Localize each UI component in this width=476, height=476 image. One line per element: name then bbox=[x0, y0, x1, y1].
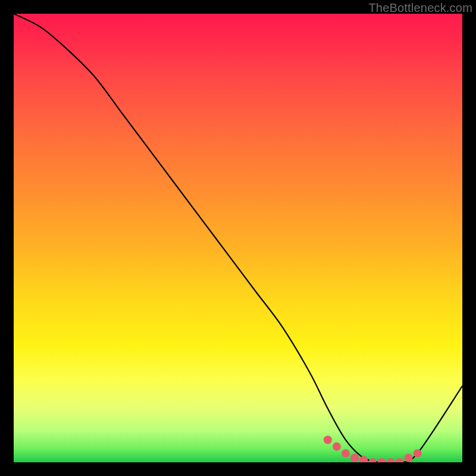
optimal-dot bbox=[350, 453, 359, 462]
optimal-dot bbox=[414, 449, 422, 458]
bottleneck-curve-line bbox=[14, 14, 462, 462]
optimal-dot bbox=[377, 458, 386, 462]
optimal-dot bbox=[395, 458, 403, 462]
curve-svg bbox=[14, 14, 462, 462]
watermark-text: TheBottleneck.com bbox=[368, 1, 472, 15]
optimal-dot bbox=[405, 453, 413, 462]
optimal-range-markers bbox=[324, 436, 422, 462]
optimal-dot bbox=[342, 449, 350, 458]
optimal-dot bbox=[386, 458, 394, 462]
optimal-dot bbox=[368, 458, 377, 462]
plot-area bbox=[14, 14, 462, 462]
optimal-dot bbox=[333, 443, 341, 451]
optimal-dot bbox=[324, 436, 332, 444]
chart-root: TheBottleneck.com bbox=[0, 0, 476, 476]
optimal-dot bbox=[359, 456, 368, 462]
